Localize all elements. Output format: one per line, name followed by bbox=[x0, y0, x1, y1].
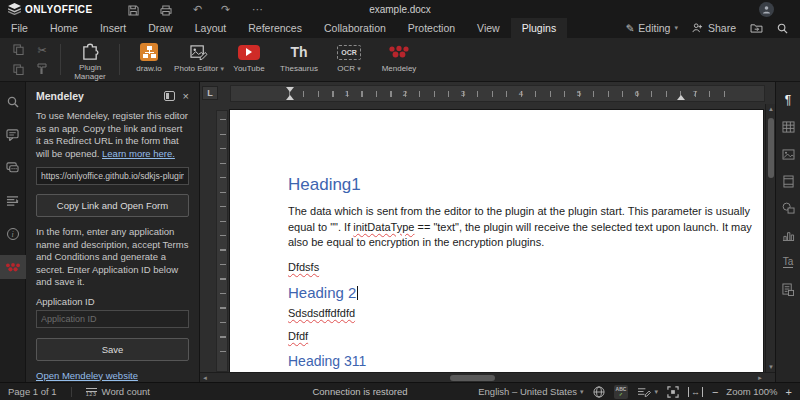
tab-references[interactable]: References bbox=[237, 18, 313, 38]
word-count-button[interactable]: 123 Word count bbox=[86, 386, 150, 397]
doc-line: Dfdsfs bbox=[288, 260, 751, 274]
editing-mode-button[interactable]: ✎ Editing ▾ bbox=[626, 22, 678, 34]
ocr-button[interactable]: OCR OCR ▾ bbox=[324, 38, 374, 81]
document-language-button[interactable] bbox=[593, 386, 605, 398]
track-changes-icon bbox=[637, 386, 651, 398]
undock-panel-button[interactable] bbox=[164, 91, 175, 102]
document-page[interactable]: Heading1 The data which is sent from the… bbox=[230, 110, 763, 372]
ruler-number: 5 bbox=[577, 89, 581, 98]
print-button[interactable] bbox=[153, 0, 179, 18]
user-avatar[interactable] bbox=[759, 2, 774, 17]
tab-layout[interactable]: Layout bbox=[184, 18, 238, 38]
tab-protection[interactable]: Protection bbox=[397, 18, 466, 38]
tab-stop-selector[interactable]: L bbox=[202, 86, 218, 100]
copy-link-button[interactable]: Copy Link and Open Form bbox=[36, 194, 189, 217]
spellcheck-button[interactable]: ABC✓ bbox=[614, 385, 629, 399]
vertical-ruler[interactable] bbox=[216, 110, 228, 372]
open-mendeley-website-link[interactable]: Open Mendeley website bbox=[36, 370, 138, 381]
vertical-scrollbar[interactable]: ▲ ▼ bbox=[765, 104, 775, 372]
sidebar-navigation-button[interactable] bbox=[0, 189, 26, 213]
left-indent-marker[interactable] bbox=[286, 95, 294, 100]
drawio-button[interactable]: draw.io bbox=[124, 38, 174, 81]
scroll-down-arrow[interactable]: ▼ bbox=[766, 362, 775, 372]
fit-width-button[interactable]: ↔ bbox=[688, 387, 703, 397]
header-footer-settings-button[interactable] bbox=[780, 173, 796, 189]
header-footer-icon bbox=[783, 175, 794, 188]
tab-view[interactable]: View bbox=[466, 18, 511, 38]
paste-icon[interactable] bbox=[13, 64, 24, 77]
shape-settings-button[interactable] bbox=[780, 200, 796, 216]
document-title: example.docx bbox=[369, 4, 431, 15]
fit-page-button[interactable] bbox=[667, 386, 679, 398]
text-art-settings-button[interactable]: Ta bbox=[780, 254, 796, 270]
mendeley-button[interactable]: Mendeley bbox=[374, 38, 424, 81]
track-changes-button[interactable]: ▾ bbox=[637, 386, 658, 398]
clipboard-group: ✂ bbox=[6, 40, 54, 81]
tab-plugins[interactable]: Plugins bbox=[511, 18, 567, 38]
statusbar-right: English – United States ▾ ABC✓ ▾ ↔ − Zoo… bbox=[478, 385, 792, 399]
chevron-down-icon: ▾ bbox=[357, 65, 361, 72]
youtube-icon bbox=[238, 45, 260, 60]
cut-icon[interactable]: ✂ bbox=[37, 44, 46, 57]
table-icon bbox=[782, 121, 795, 133]
panel-header: Mendeley × bbox=[36, 90, 189, 102]
page-indicator[interactable]: Page 1 of 1 bbox=[8, 386, 57, 397]
undo-button[interactable]: ↶ bbox=[185, 0, 211, 18]
sidebar-search-button[interactable] bbox=[0, 90, 26, 114]
language-selector[interactable]: English – United States ▾ bbox=[478, 386, 583, 397]
sidebar-chat-button[interactable] bbox=[0, 156, 26, 180]
redirect-url-input[interactable] bbox=[36, 167, 189, 185]
copy-icon[interactable] bbox=[13, 44, 24, 57]
tab-collaboration[interactable]: Collaboration bbox=[313, 18, 397, 38]
format-painter-icon[interactable] bbox=[37, 63, 47, 77]
doc-heading-1: Heading1 bbox=[288, 174, 751, 195]
open-file-location-button[interactable] bbox=[750, 23, 763, 33]
ruler-number: 4 bbox=[519, 89, 523, 98]
drawio-label: draw.io bbox=[136, 64, 161, 73]
mail-merge-settings-button[interactable] bbox=[780, 281, 796, 297]
scroll-up-arrow[interactable]: ▲ bbox=[766, 104, 775, 114]
thesaurus-button[interactable]: Th Thesaurus bbox=[274, 38, 324, 81]
search-button[interactable] bbox=[777, 23, 788, 34]
share-button[interactable]: Share bbox=[692, 22, 736, 34]
zoom-in-button[interactable]: + bbox=[786, 386, 792, 398]
menu-right-group: ✎ Editing ▾ Share bbox=[626, 18, 800, 38]
globe-icon bbox=[593, 386, 605, 398]
redo-button[interactable]: ↷ bbox=[213, 0, 239, 18]
zoom-level[interactable]: Zoom 100% bbox=[726, 386, 777, 397]
user-icon bbox=[762, 5, 771, 14]
horizontal-scrollbar[interactable]: ◄ ► bbox=[200, 372, 775, 382]
sidebar-about-button[interactable]: i bbox=[0, 222, 26, 246]
zoom-out-button[interactable]: − bbox=[712, 386, 718, 398]
tab-file[interactable]: File bbox=[0, 18, 39, 38]
right-indent-marker[interactable] bbox=[677, 95, 685, 100]
chart-settings-button[interactable] bbox=[780, 227, 796, 243]
plugin-manager-button[interactable]: Plugin Manager bbox=[65, 38, 115, 81]
tab-insert[interactable]: Insert bbox=[89, 18, 137, 38]
save-button[interactable]: Save bbox=[36, 338, 189, 361]
paragraph-settings-button[interactable]: ¶ bbox=[780, 92, 796, 108]
youtube-button[interactable]: YouTube bbox=[224, 38, 274, 81]
status-bar: Page 1 of 1 123 Word count Connection is… bbox=[0, 382, 800, 400]
more-actions-button[interactable]: ⋯ bbox=[245, 0, 271, 18]
horizontal-ruler[interactable]: 1 2 3 4 5 6 7 bbox=[230, 85, 765, 102]
close-panel-button[interactable]: × bbox=[183, 91, 189, 101]
statusbar-divider bbox=[71, 387, 72, 397]
word-count-label: Word count bbox=[102, 386, 150, 397]
sidebar-comments-button[interactable] bbox=[0, 123, 26, 147]
tab-home[interactable]: Home bbox=[39, 18, 89, 38]
learn-more-link[interactable]: Learn more here. bbox=[102, 148, 175, 159]
vertical-scroll-thumb[interactable] bbox=[768, 118, 774, 178]
horizontal-scroll-thumb[interactable] bbox=[450, 375, 495, 381]
sidebar-mendeley-button[interactable] bbox=[0, 255, 26, 279]
table-settings-button[interactable] bbox=[780, 119, 796, 135]
chat-icon bbox=[6, 162, 19, 174]
tab-draw[interactable]: Draw bbox=[137, 18, 184, 38]
panel-footer: Open Mendeley website bbox=[36, 370, 189, 381]
onlyoffice-logo-icon bbox=[8, 3, 21, 15]
photo-editor-button[interactable]: Photo Editor ▾ bbox=[174, 38, 224, 81]
first-line-indent-marker[interactable] bbox=[286, 87, 294, 92]
image-settings-button[interactable] bbox=[780, 146, 796, 162]
app-id-input[interactable] bbox=[36, 310, 189, 328]
save-button[interactable] bbox=[121, 0, 147, 18]
